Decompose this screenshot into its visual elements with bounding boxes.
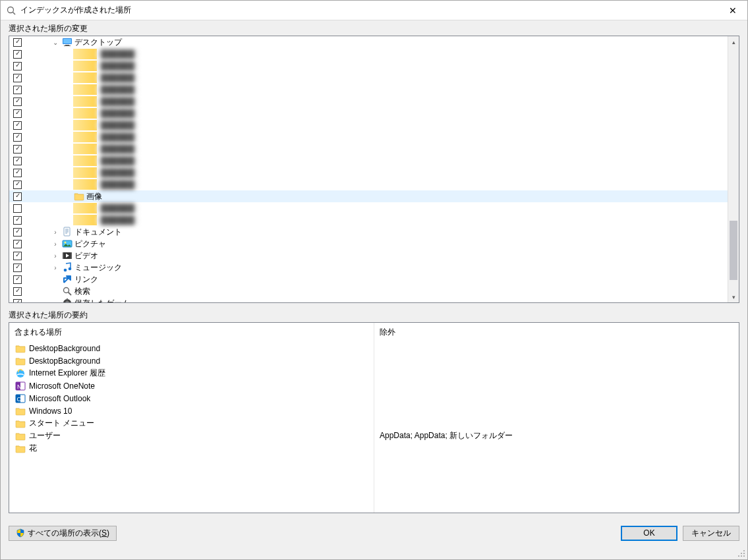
tree-checkbox[interactable]: [13, 240, 22, 248]
tree-checkbox[interactable]: [13, 264, 22, 272]
tree-checkbox[interactable]: [13, 145, 22, 154]
tree-row[interactable]: ██████: [9, 48, 728, 60]
include-row[interactable]: OMicrosoft Outlook: [14, 392, 368, 405]
include-row[interactable]: Windows 10: [14, 405, 368, 417]
tree-checkbox[interactable]: [13, 252, 22, 260]
folder-icon: [14, 343, 26, 354]
chevron-right-icon[interactable]: ›: [51, 264, 60, 271]
tree-row[interactable]: ██████: [9, 84, 728, 96]
cancel-button[interactable]: キャンセル: [683, 526, 739, 541]
ok-label: OK: [643, 528, 654, 538]
tree-row[interactable]: ⌄デスクトップ: [9, 36, 728, 48]
svg-point-0: [8, 7, 14, 13]
tree-row[interactable]: ██████: [9, 60, 728, 72]
tree-row[interactable]: ██████: [9, 119, 728, 131]
svg-point-18: [69, 267, 72, 271]
tree-checkbox[interactable]: [13, 74, 22, 82]
tree-row[interactable]: ██████: [9, 107, 728, 119]
tree-checkbox[interactable]: [13, 50, 22, 59]
include-row[interactable]: DesktopBackground: [14, 354, 368, 367]
folder-icon: [73, 215, 97, 225]
tree-checkbox[interactable]: [13, 228, 22, 237]
chevron-right-icon[interactable]: ›: [51, 229, 60, 236]
tree-row[interactable]: ›ドキュメント: [9, 226, 728, 238]
tree-row[interactable]: リンク: [9, 273, 728, 285]
tree-item-label: ビデオ: [74, 250, 98, 262]
video-icon: [61, 250, 73, 261]
folder-icon: [73, 203, 97, 213]
tree-row[interactable]: ›ミュージック: [9, 262, 728, 273]
folder-icon: [73, 72, 97, 83]
ok-button[interactable]: OK: [621, 526, 677, 541]
svg-line-21: [69, 293, 72, 296]
tree-row[interactable]: ██████: [9, 167, 728, 179]
tree-row[interactable]: ›ピクチャ: [9, 238, 728, 250]
tree-row[interactable]: 画像: [9, 190, 728, 202]
tree-row[interactable]: 保存したゲーム: [9, 297, 728, 302]
tree-checkbox[interactable]: [13, 192, 22, 201]
tree-row[interactable]: ██████: [9, 155, 728, 167]
tree-row[interactable]: ██████: [9, 214, 728, 226]
folder-icon: [73, 155, 97, 166]
tree-row[interactable]: ██████: [9, 202, 728, 214]
tree-row[interactable]: ██████: [9, 96, 728, 107]
summary-label: 選択された場所の要約: [9, 310, 739, 322]
redacted-label: ██████: [97, 168, 138, 177]
close-button[interactable]: ✕: [718, 1, 747, 20]
tree-checkbox[interactable]: [13, 109, 22, 118]
tree-checkbox[interactable]: [13, 275, 22, 284]
scroll-down-icon[interactable]: ▾: [728, 291, 739, 302]
tree-viewport: ⌄デスクトップ█████████████████████████████████…: [9, 36, 728, 302]
show-all-locations-button[interactable]: すべての場所の表示(S): [9, 526, 117, 541]
tree-checkbox[interactable]: [13, 133, 22, 142]
include-row[interactable]: ユーザー: [14, 430, 368, 442]
include-label: Internet Explorer 履歴: [29, 368, 105, 379]
tree-row[interactable]: ██████: [9, 143, 728, 155]
tree-checkbox[interactable]: [13, 86, 22, 94]
tree-checkbox[interactable]: [13, 157, 22, 165]
tree-checkbox[interactable]: [13, 38, 22, 47]
tree-checkbox[interactable]: [13, 121, 22, 130]
tree-checkbox[interactable]: [13, 299, 22, 303]
tree-scrollbar[interactable]: ▴ ▾: [728, 36, 739, 302]
tree-checkbox[interactable]: [13, 204, 22, 213]
exclude-row: [380, 354, 734, 367]
redacted-label: ██████: [97, 49, 138, 59]
tree-row[interactable]: ›ビデオ: [9, 250, 728, 262]
tree-row[interactable]: 検索: [9, 285, 728, 297]
redacted-label: ██████: [97, 215, 138, 225]
tree-item-label: 画像: [86, 191, 102, 202]
include-row[interactable]: スタート メニュー: [14, 417, 368, 430]
tree-row[interactable]: ██████: [9, 131, 728, 143]
app-icon: [6, 5, 16, 16]
title-bar: インデックスが作成された場所 ✕: [1, 1, 747, 20]
tree-checkbox[interactable]: [13, 181, 22, 189]
folder-icon: [14, 406, 26, 416]
scroll-up-icon[interactable]: ▴: [728, 36, 739, 47]
folder-icon: [73, 167, 97, 178]
tree-checkbox[interactable]: [13, 169, 22, 177]
scroll-thumb[interactable]: [730, 221, 737, 280]
tree-row[interactable]: ██████: [9, 179, 728, 190]
svg-rect-4: [65, 45, 69, 45]
chevron-down-icon[interactable]: ⌄: [51, 39, 60, 46]
include-row[interactable]: DesktopBackground: [14, 342, 368, 354]
tree-checkbox[interactable]: [13, 287, 22, 296]
folder-icon: [73, 179, 97, 190]
chevron-right-icon[interactable]: ›: [51, 252, 60, 260]
include-label: ユーザー: [29, 430, 61, 441]
close-icon: ✕: [729, 5, 737, 16]
music-icon: [61, 262, 73, 273]
tree-checkbox[interactable]: [13, 216, 22, 225]
redacted-label: ██████: [97, 156, 138, 165]
include-row[interactable]: NMicrosoft OneNote: [14, 379, 368, 392]
tree-checkbox[interactable]: [13, 98, 22, 106]
svg-rect-14: [63, 252, 64, 259]
include-row[interactable]: 花: [14, 442, 368, 455]
tree-row[interactable]: ██████: [9, 72, 728, 84]
tree-checkbox[interactable]: [13, 62, 22, 70]
exclude-column: 除外 AppData; AppData; 新しいフォルダー: [374, 323, 739, 513]
chevron-right-icon[interactable]: ›: [51, 240, 60, 248]
include-row[interactable]: Internet Explorer 履歴: [14, 367, 368, 379]
svg-rect-15: [71, 252, 72, 259]
